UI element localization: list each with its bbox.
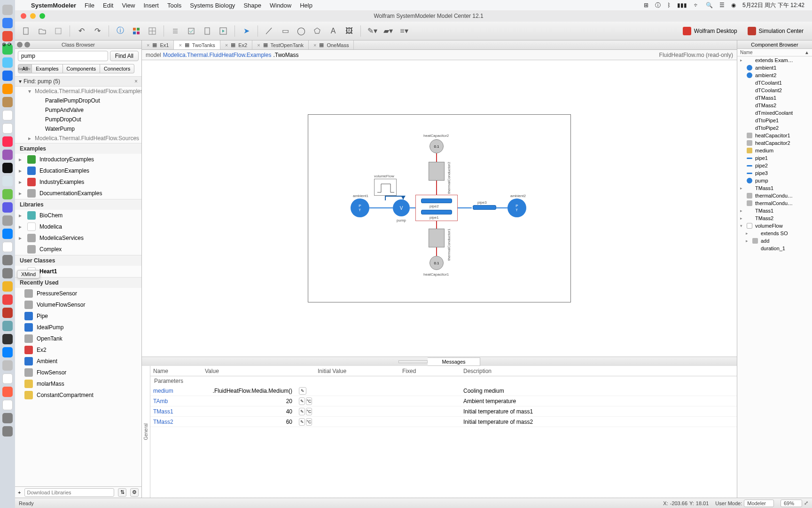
pipe-node[interactable] bbox=[473, 205, 496, 210]
usermode-select[interactable]: Modeler bbox=[744, 500, 774, 507]
filter-examples[interactable]: Examples bbox=[32, 64, 62, 73]
dock-app[interactable] bbox=[2, 136, 13, 147]
tree-item[interactable]: ▸BioChem bbox=[15, 210, 141, 221]
tree-item[interactable]: ParallelPumpDropOut bbox=[15, 96, 141, 105]
ambient-node[interactable]: P T bbox=[351, 198, 369, 217]
tab-close-icon[interactable]: × bbox=[257, 42, 260, 48]
component-item[interactable]: ▸add bbox=[737, 237, 812, 245]
heat-capacitor-node[interactable]: 0.1 bbox=[429, 256, 444, 270]
tab-close-icon[interactable]: × bbox=[313, 42, 316, 48]
component-item[interactable]: ambient1 bbox=[737, 64, 812, 71]
pen-color-icon[interactable]: ✎▾ bbox=[366, 24, 379, 38]
component-list[interactable]: ▸extends Exam… ambient1 ambient2 dTCoola… bbox=[737, 56, 812, 498]
bluetooth-icon[interactable]: ᛒ bbox=[667, 2, 671, 8]
dock-app[interactable] bbox=[2, 123, 13, 134]
info-icon[interactable]: ⓘ bbox=[114, 24, 127, 38]
component-item[interactable]: medium bbox=[737, 147, 812, 154]
tree-item[interactable]: IdealPump bbox=[15, 322, 141, 333]
dock-app[interactable] bbox=[2, 57, 13, 68]
simulate-icon[interactable] bbox=[217, 24, 230, 38]
class-tree[interactable]: ▾Find: pump (5) × ▾Modelica.Thermal.Flui… bbox=[15, 76, 141, 486]
model-package-link[interactable]: Modelica.Thermal.FluidHeatFlow.Examples bbox=[163, 52, 272, 58]
siri-icon[interactable]: ◉ bbox=[731, 2, 736, 8]
tree-item[interactable]: PumpDropOut bbox=[15, 115, 141, 124]
dock-app[interactable] bbox=[2, 294, 13, 305]
spotlight-icon[interactable]: 🔍 bbox=[706, 2, 713, 8]
tree-item[interactable]: FlowSensor bbox=[15, 367, 141, 378]
dock-app[interactable] bbox=[2, 150, 13, 160]
dock-app[interactable] bbox=[2, 255, 13, 265]
component-item[interactable]: pipe1 bbox=[737, 154, 812, 162]
download-libraries-field[interactable] bbox=[24, 488, 114, 497]
unit-badge[interactable]: °C bbox=[306, 397, 312, 405]
tree-item[interactable]: ConstantCompartment bbox=[15, 389, 141, 401]
rect-tool-icon[interactable]: ▭ bbox=[279, 24, 292, 38]
image-tool-icon[interactable]: 🖼 bbox=[343, 24, 356, 38]
thermal-conductor-node[interactable] bbox=[429, 229, 445, 247]
doc-icon[interactable] bbox=[201, 24, 214, 38]
dock-app[interactable] bbox=[2, 110, 13, 120]
edit-icon[interactable]: ✎ bbox=[299, 418, 305, 426]
dock-app[interactable] bbox=[2, 387, 13, 397]
tree-item[interactable]: ▸Modelica bbox=[15, 221, 141, 232]
param-row[interactable]: TMass2 60 ✎°C Initial temperature of mas… bbox=[150, 417, 737, 427]
menu-item[interactable]: Window bbox=[270, 2, 291, 9]
tab[interactable]: ×▦ OneMass bbox=[309, 40, 354, 49]
tree-item[interactable]: ▸ModelicaServices bbox=[15, 232, 141, 244]
component-item[interactable]: dTMass1 bbox=[737, 94, 812, 102]
undo-icon[interactable]: ↶ bbox=[75, 24, 88, 38]
controlcenter-icon[interactable]: ☰ bbox=[719, 2, 725, 8]
tab[interactable]: ×▦ Ex1 bbox=[142, 40, 174, 49]
tree-item[interactable]: VolumeFlowSensor bbox=[15, 299, 141, 310]
pointer-icon[interactable]: ➤ bbox=[240, 24, 253, 38]
menu-item[interactable]: Systems Biology bbox=[190, 2, 235, 9]
param-row[interactable]: TMass1 40 ✎°C Initial temperature of mas… bbox=[150, 406, 737, 417]
component-item[interactable]: ▸TMass1 bbox=[737, 184, 812, 192]
sys-icon[interactable]: ⓘ bbox=[655, 1, 661, 9]
tree-item[interactable]: ▸DocumentationExamples bbox=[15, 188, 141, 199]
linestyle-icon[interactable]: ≡▾ bbox=[398, 24, 411, 38]
filter-components[interactable]: Components bbox=[63, 64, 100, 73]
menu-item[interactable]: Edit bbox=[103, 2, 113, 9]
tab-close-icon[interactable]: × bbox=[225, 42, 228, 48]
tree-item[interactable]: PumpAndValve bbox=[15, 105, 141, 115]
tree-item[interactable]: ▸IndustryExamples bbox=[15, 176, 141, 188]
component-item[interactable]: dTCoolant2 bbox=[737, 87, 812, 94]
dock-app[interactable] bbox=[2, 229, 13, 239]
bottom-tab-messages[interactable]: Messages bbox=[428, 357, 480, 366]
dock-app[interactable] bbox=[2, 215, 13, 226]
dock-app[interactable] bbox=[2, 84, 13, 94]
tree-item[interactable]: WaterPump bbox=[15, 124, 141, 134]
tab-close-icon[interactable]: × bbox=[179, 42, 181, 48]
dock-app[interactable] bbox=[2, 163, 13, 173]
component-item[interactable]: heatCapacitor2 bbox=[737, 139, 812, 147]
component-item[interactable]: pipe2 bbox=[737, 162, 812, 169]
dock-app[interactable] bbox=[2, 426, 13, 437]
dock-app[interactable] bbox=[2, 202, 13, 213]
component-item[interactable]: ambient2 bbox=[737, 71, 812, 79]
dock-app[interactable] bbox=[2, 97, 13, 107]
zoom-fit-icon[interactable]: ⤢ bbox=[804, 500, 808, 506]
sys-icon[interactable]: ⊞ bbox=[644, 2, 648, 8]
component-item[interactable]: ▸extends SO bbox=[737, 230, 812, 237]
new-icon[interactable] bbox=[20, 24, 33, 38]
pipe-node[interactable] bbox=[421, 198, 452, 203]
open-icon[interactable] bbox=[36, 24, 49, 38]
component-item[interactable]: dTtoPipe2 bbox=[737, 124, 812, 132]
find-results-header[interactable]: ▾Find: pump (5) × bbox=[15, 76, 141, 87]
tree-item[interactable]: molarMass bbox=[15, 378, 141, 389]
menu-item[interactable]: Shape bbox=[243, 2, 261, 9]
tree-item[interactable]: Ambient bbox=[15, 356, 141, 367]
menu-item[interactable]: File bbox=[85, 2, 94, 9]
tree-group[interactable]: ▸Modelica.Thermal.FluidHeatFlow.Sources bbox=[15, 134, 141, 143]
text-tool-icon[interactable]: A bbox=[327, 24, 340, 38]
palette-icon[interactable] bbox=[130, 24, 143, 38]
zoom-select[interactable]: 69% bbox=[781, 500, 802, 507]
component-item[interactable]: pipe3 bbox=[737, 169, 812, 177]
dock-app[interactable] bbox=[2, 347, 13, 357]
save-icon[interactable] bbox=[52, 24, 65, 38]
tree-item[interactable]: ▸IntroductoryExamples bbox=[15, 154, 141, 165]
clock[interactable]: 5月22日 周六 下午 12:42 bbox=[742, 1, 804, 9]
component-item[interactable]: dTmixedCoolant bbox=[737, 109, 812, 117]
list-icon[interactable] bbox=[169, 24, 182, 38]
